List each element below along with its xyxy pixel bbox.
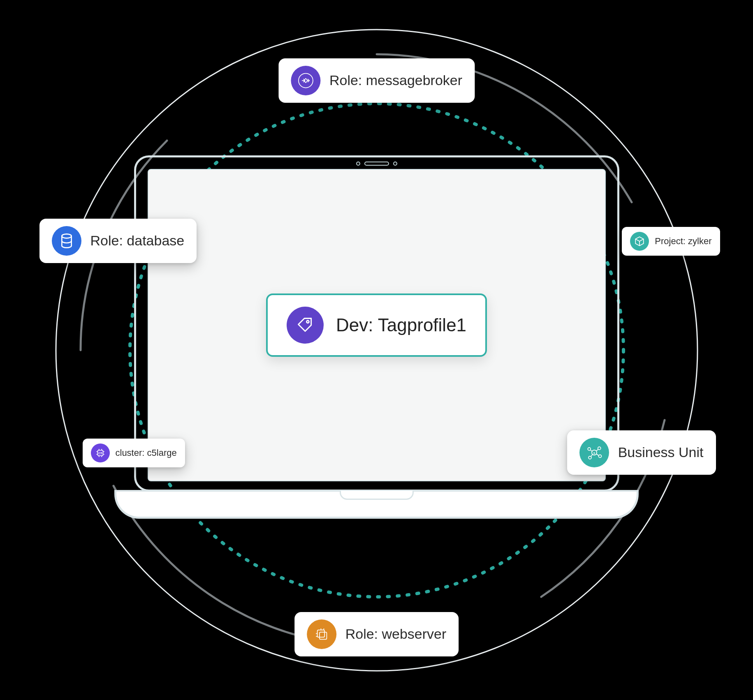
card-webserver-label: Role: webserver: [345, 626, 447, 642]
messagebroker-icon: [291, 66, 320, 95]
card-cluster: C5 cluster: c5large: [83, 439, 185, 467]
svg-point-10: [598, 447, 600, 450]
svg-point-3: [298, 73, 313, 88]
center-tag-label: Dev: Tagprofile1: [336, 315, 466, 335]
card-database-label: Role: database: [90, 233, 185, 249]
svg-point-2: [306, 320, 309, 323]
database-icon: [52, 226, 81, 256]
server-icon: [307, 619, 336, 649]
card-project-label: Project: zylker: [655, 236, 711, 247]
chip-icon: C5: [91, 444, 110, 462]
svg-line-13: [596, 454, 598, 455]
card-messagebroker: Role: messagebroker: [278, 58, 475, 103]
laptop-camera: [356, 162, 397, 166]
svg-point-12: [598, 455, 601, 457]
cube-icon: [630, 232, 649, 251]
laptop-base: [114, 490, 638, 519]
card-project: Project: zylker: [622, 227, 720, 256]
svg-text:$: $: [593, 451, 595, 455]
svg-text:C5: C5: [98, 451, 102, 454]
card-business-unit: $ Business Unit: [567, 430, 716, 475]
laptop-illustration: Dev: Tagprofile1: [134, 155, 619, 519]
svg-rect-18: [317, 630, 324, 637]
svg-line-15: [591, 454, 593, 456]
card-database: Role: database: [39, 219, 197, 263]
card-webserver: Role: webserver: [294, 612, 459, 656]
laptop-screen-frame: Dev: Tagprofile1: [134, 155, 619, 492]
center-tag-card: Dev: Tagprofile1: [266, 293, 487, 357]
svg-rect-19: [319, 632, 327, 639]
svg-point-8: [588, 447, 591, 450]
laptop-screen: Dev: Tagprofile1: [148, 169, 606, 481]
network-icon: $: [579, 438, 609, 467]
card-cluster-label: cluster: c5large: [116, 448, 177, 458]
svg-line-11: [596, 449, 598, 451]
tag-icon: [287, 307, 324, 344]
card-messagebroker-label: Role: messagebroker: [329, 72, 462, 88]
card-business-unit-label: Business Unit: [618, 444, 704, 460]
diagram-stage: Dev: Tagprofile1 Role: messagebroker: [27, 21, 726, 679]
svg-point-5: [62, 234, 71, 238]
svg-point-14: [588, 456, 591, 459]
